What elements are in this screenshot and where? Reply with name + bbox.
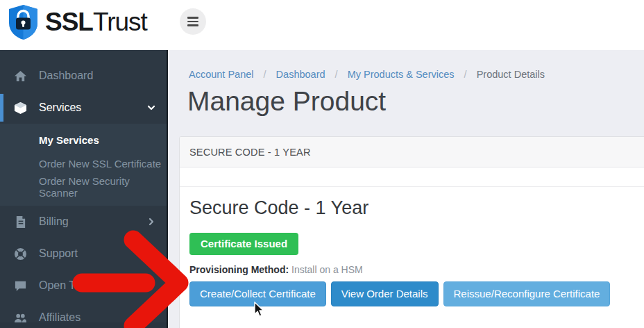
reissue-reconfigure-certificate-button[interactable]: Reissue/Reconfigure Certificate [443,281,611,306]
ssltrust-app: SSLTrust Dashboard Services My Services … [0,0,644,328]
provisioning-value: Install on a HSM [291,264,363,275]
sidebar-subitem-my-services[interactable]: My Services [0,128,167,151]
brand-name: SSLTrust [45,8,147,37]
page-title: Manage Product [187,86,386,117]
sidebar-item-label: Services [39,101,81,114]
chevron-right-icon [147,249,155,258]
action-button-row: Create/Collect Certificate View Order De… [189,281,644,306]
brand-name-bold: SSL [45,8,93,36]
life-ring-icon [14,247,27,261]
sidebar-item-support[interactable]: Support [0,238,167,270]
sidebar-footer-strip [0,322,167,328]
home-icon [14,69,27,83]
brand-name-regular: Trust [93,8,147,36]
breadcrumb: Account Panel / Dashboard / My Products … [189,69,545,80]
sidebar-subitem-order-ssl[interactable]: Order New SSL Certificate [0,151,167,175]
provisioning-line: Provisioning Method: Install on a HSM [189,264,644,275]
provisioning-label: Provisioning Method: [189,264,289,275]
breadcrumb-account-panel[interactable]: Account Panel [189,69,254,80]
sidebar-item-label: Support [39,247,78,260]
sidebar-item-label: Billing [39,215,69,228]
chevron-down-icon [147,104,155,112]
sidebar-item-services[interactable]: Services [0,92,167,124]
shield-lock-icon [7,4,40,40]
panel-divider [180,186,644,187]
hamburger-menu-button[interactable] [180,8,206,35]
view-order-details-button[interactable]: View Order Details [331,281,439,306]
top-header: SSLTrust [0,0,644,50]
breadcrumb-separator: / [264,69,266,80]
main-content: Account Panel / Dashboard / My Products … [169,50,644,328]
sidebar-subitem-order-scanner[interactable]: Order New Security Scanner [0,175,167,199]
breadcrumb-dashboard[interactable]: Dashboard [276,69,325,80]
panel-body: Secure Code - 1 Year Certificate Issued … [180,186,644,306]
services-submenu: My Services Order New SSL Certificate Or… [0,124,167,206]
brand-logo[interactable]: SSLTrust [7,4,147,40]
product-panel: SECURE CODE - 1 YEAR Secure Code - 1 Yea… [179,136,644,328]
create-collect-certificate-button[interactable]: Create/Collect Certificate [189,281,326,306]
product-title: Secure Code - 1 Year [189,197,644,219]
cube-icon [14,101,27,115]
status-badge: Certificate Issued [189,233,298,255]
chat-bubble-icon [14,279,27,293]
invoice-icon [14,215,27,229]
sidebar-item-label: Dashboard [39,69,93,82]
breadcrumb-my-products[interactable]: My Products & Services [348,69,455,80]
sidebar-item-open-ticket[interactable]: Open Ticket [0,270,167,302]
breadcrumb-separator: / [335,69,338,80]
sidebar-nav: Dashboard Services My Services Order New… [0,50,168,328]
breadcrumb-current: Product Details [477,69,545,80]
sidebar-item-billing[interactable]: Billing [0,206,167,238]
panel-header: SECURE CODE - 1 YEAR [180,137,644,167]
sidebar-item-dashboard[interactable]: Dashboard [0,60,167,92]
breadcrumb-separator: / [464,69,467,80]
chevron-right-icon [147,218,155,226]
hamburger-icon [187,17,198,18]
sidebar-item-label: Open Ticket [39,279,98,292]
